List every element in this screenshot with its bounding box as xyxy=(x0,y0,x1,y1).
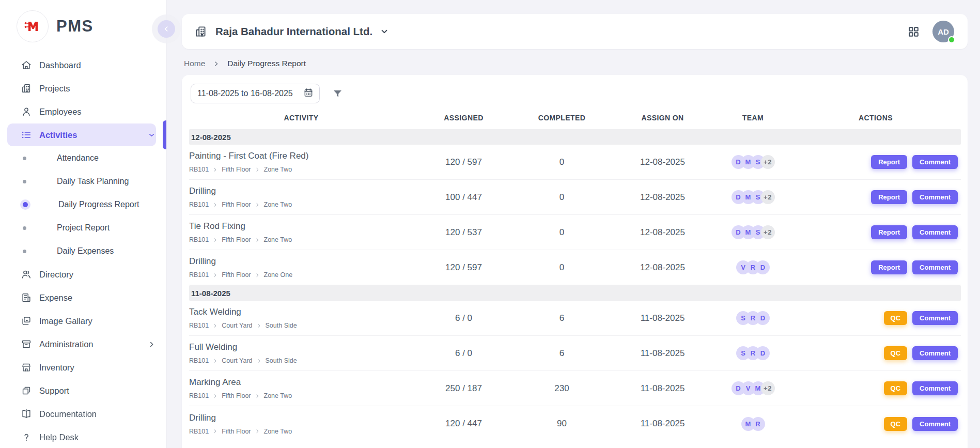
sidebar-item-projects[interactable]: Projects xyxy=(7,77,156,100)
breadcrumb-home[interactable]: Home xyxy=(184,59,205,68)
sidebar-item-label: Projects xyxy=(39,84,70,94)
team-more-badge[interactable]: +2 xyxy=(761,155,775,169)
activity-cell: DrillingRB101Fifth FloorZone One xyxy=(189,256,413,279)
team-avatars: SRD xyxy=(715,311,790,325)
chevron-right-icon xyxy=(213,359,217,363)
comment-button[interactable]: Comment xyxy=(912,190,958,204)
chevron-right-icon xyxy=(213,273,217,277)
chevron-right-icon xyxy=(213,60,220,67)
team-avatar[interactable]: R xyxy=(751,417,765,431)
sidebar-item-daily-task-planning[interactable]: Daily Task Planning xyxy=(7,170,156,193)
activity-path: RB101Court YardSouth Side xyxy=(189,357,413,364)
sidebar-item-dashboard[interactable]: Dashboard xyxy=(7,54,156,76)
sidebar-item-administration[interactable]: Administration xyxy=(7,333,156,356)
comment-button[interactable]: Comment xyxy=(912,225,958,239)
people-icon xyxy=(21,269,32,280)
path-segment: Zone Two xyxy=(264,392,292,399)
column-header-activity: ACTIVITY xyxy=(189,114,413,122)
sidebar-item-project-report[interactable]: Project Report xyxy=(7,217,156,239)
date-range-input[interactable]: 11-08-2025 to 16-08-2025 xyxy=(191,84,320,103)
sidebar-item-label: Image Gallary xyxy=(39,316,92,326)
report-button[interactable]: Report xyxy=(871,225,907,239)
sidebar-item-image-gallary[interactable]: Image Gallary xyxy=(7,310,156,332)
report-button[interactable]: Report xyxy=(871,190,907,204)
sidebar-item-attendance[interactable]: Attendance xyxy=(7,147,156,169)
row-actions: QCComment xyxy=(790,346,961,360)
sidebar-item-label: Dashboard xyxy=(39,60,81,70)
comment-button[interactable]: Comment xyxy=(912,417,958,431)
qc-button[interactable]: QC xyxy=(884,346,908,360)
avatar-initials: AD xyxy=(938,27,949,36)
brand-logo-icon xyxy=(17,10,49,42)
team-more-badge[interactable]: +2 xyxy=(761,225,775,239)
completed-value: 6 xyxy=(514,313,610,323)
activity-cell: DrillingRB101Fifth FloorZone Two xyxy=(189,413,413,435)
column-header-team: TEAM xyxy=(715,114,790,122)
report-button[interactable]: Report xyxy=(871,155,907,169)
sidebar-item-label: Support xyxy=(39,386,69,396)
path-segment: RB101 xyxy=(189,322,209,329)
activity-path: RB101Fifth FloorZone Two xyxy=(189,166,413,173)
date-group-row: 11-08-2025 xyxy=(189,285,961,301)
sidebar-item-activities[interactable]: Activities xyxy=(7,123,156,146)
activity-path: RB101Fifth FloorZone Two xyxy=(189,428,413,435)
sidebar-item-support[interactable]: Support xyxy=(7,379,156,402)
sidebar-item-documentation[interactable]: Documentation xyxy=(7,403,156,425)
path-segment: Zone Two xyxy=(264,428,292,435)
row-actions: ReportComment xyxy=(790,190,961,204)
report-button[interactable]: Report xyxy=(871,260,907,274)
qc-button[interactable]: QC xyxy=(884,311,908,325)
filter-icon[interactable] xyxy=(332,88,343,99)
date-range-value: 11-08-2025 to 16-08-2025 xyxy=(197,89,293,98)
path-segment: RB101 xyxy=(189,428,209,435)
sidebar-item-employees[interactable]: Employees xyxy=(7,100,156,123)
comment-button[interactable]: Comment xyxy=(912,155,958,169)
qc-button[interactable]: QC xyxy=(884,417,908,431)
bullet-icon xyxy=(23,157,26,160)
store-icon xyxy=(21,362,32,373)
chevron-down-icon[interactable] xyxy=(380,27,389,36)
comment-button[interactable]: Comment xyxy=(912,311,958,325)
company-name[interactable]: Raja Bahadur International Ltd. xyxy=(215,25,372,38)
sidebar-item-label: Employees xyxy=(39,107,82,117)
completed-value: 230 xyxy=(514,383,610,394)
activity-title: Drilling xyxy=(189,413,413,423)
team-avatar[interactable]: D xyxy=(756,260,770,274)
team-more-badge[interactable]: +2 xyxy=(761,381,775,395)
qc-button[interactable]: QC xyxy=(884,381,908,395)
main-area: Raja Bahadur International Ltd. AD Home xyxy=(167,0,980,448)
sidebar-item-daily-expenses[interactable]: Daily Expenses xyxy=(7,240,156,262)
report-card: 11-08-2025 to 16-08-2025 ACTIVITY ASSIGN… xyxy=(182,75,968,448)
team-avatars: DVM+2 xyxy=(715,381,790,395)
receipt-icon xyxy=(21,292,32,303)
sidebar-item-inventory[interactable]: Inventory xyxy=(7,356,156,379)
comment-button[interactable]: Comment xyxy=(912,260,958,274)
comment-button[interactable]: Comment xyxy=(912,381,958,395)
column-header-assign-on: ASSIGN ON xyxy=(610,114,715,122)
sidebar-item-help-desk[interactable]: Help Desk xyxy=(7,426,156,448)
user-avatar[interactable]: AD xyxy=(932,21,954,42)
comment-button[interactable]: Comment xyxy=(912,346,958,360)
assigned-value: 120 / 537 xyxy=(413,227,514,238)
team-avatar[interactable]: D xyxy=(756,346,770,360)
sidebar-collapse-button[interactable] xyxy=(158,20,175,38)
question-icon xyxy=(21,431,32,443)
apps-grid-icon[interactable] xyxy=(907,25,920,38)
assign-on-value: 12-08-2025 xyxy=(610,192,715,203)
team-more-badge[interactable]: +2 xyxy=(761,190,775,204)
column-header-completed: COMPLETED xyxy=(514,114,610,122)
activity-title: Painting - First Coat (Fire Red) xyxy=(189,151,413,161)
building-icon xyxy=(21,83,32,94)
sidebar-item-label: Daily Task Planning xyxy=(57,177,129,186)
team-avatar[interactable]: D xyxy=(756,311,770,325)
chevron-right-icon xyxy=(255,429,260,434)
breadcrumb: Home Daily Progress Report xyxy=(184,59,968,68)
sidebar-item-expense[interactable]: Expense xyxy=(7,286,156,309)
chevron-right-icon xyxy=(213,323,217,328)
activity-cell: Tie Rod FixingRB101Fifth FloorZone Two xyxy=(189,221,413,243)
sidebar-item-daily-progress-report[interactable]: Daily Progress Report xyxy=(7,193,156,216)
sidebar-item-directory[interactable]: Directory xyxy=(7,263,156,286)
chevron-right-icon xyxy=(255,273,260,277)
table-row: Painting - First Coat (Fire Red)RB101Fif… xyxy=(189,145,961,180)
path-segment: Zone Two xyxy=(264,236,292,243)
